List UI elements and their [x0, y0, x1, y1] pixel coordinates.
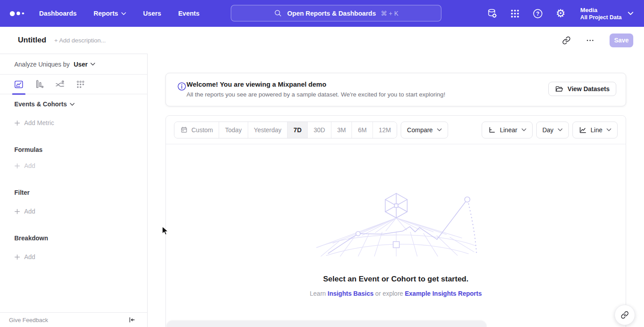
global-search[interactable]: Open Reports & Dashboards ⌘ + K — [231, 5, 441, 21]
report-card: Custom Today Yesterday 7D 30D 3M 6M 12M … — [165, 115, 626, 327]
top-nav: Dashboards Reports Users Events Open Rep… — [0, 0, 644, 27]
chevron-down-icon — [558, 128, 563, 131]
chevron-down-icon — [121, 12, 126, 15]
chevron-down-icon — [437, 128, 442, 131]
add-formula-button[interactable]: Add — [14, 162, 35, 169]
plus-icon — [14, 163, 20, 169]
report-header: Untitled + Add description... Save — [0, 27, 644, 54]
formulas-heading: Formulas — [14, 146, 42, 153]
help-icon[interactable]: ? — [532, 8, 544, 19]
chart-controls: Custom Today Yesterday 7D 30D 3M 6M 12M … — [166, 116, 626, 144]
chevron-down-icon — [606, 128, 611, 131]
save-button[interactable]: Save — [610, 34, 633, 47]
banner-subtitle: All the reports you see are powered by a… — [186, 91, 445, 98]
add-filter-button[interactable]: Add — [14, 208, 35, 215]
empty-state-title: Select an Event or Cohort to get started… — [166, 275, 626, 284]
search-shortcut: ⌘ + K — [381, 10, 398, 17]
insights-chart-tab[interactable] — [14, 80, 24, 89]
plus-icon — [14, 209, 20, 214]
analyze-value: User — [74, 61, 88, 68]
chevron-down-icon — [90, 63, 95, 66]
flow-chart-tab[interactable] — [55, 80, 65, 89]
search-icon — [274, 9, 282, 17]
view-datasets-button[interactable]: View Datasets — [548, 82, 616, 96]
active-tab-underline — [12, 93, 25, 95]
copy-link-icon[interactable] — [562, 36, 571, 45]
filter-heading: Filter — [14, 189, 30, 196]
breakdown-heading: Breakdown — [14, 235, 48, 242]
nav-reports[interactable]: Reports — [93, 10, 126, 17]
date-range-today[interactable]: Today — [219, 122, 248, 138]
nav-dashboards[interactable]: Dashboards — [39, 10, 77, 17]
add-metric-button[interactable]: Add Metric — [14, 119, 54, 126]
date-range-3m[interactable]: 3M — [331, 122, 352, 138]
date-range-30d[interactable]: 30D — [308, 122, 331, 138]
date-range-12m[interactable]: 12M — [373, 122, 397, 138]
chevron-down-icon — [521, 128, 526, 131]
date-range-segmented-control: Custom Today Yesterday 7D 30D 3M 6M 12M — [174, 122, 397, 138]
compare-dropdown[interactable]: Compare — [401, 122, 448, 138]
date-range-yesterday[interactable]: Yesterday — [248, 122, 288, 138]
interval-dropdown[interactable]: Day — [536, 122, 569, 138]
plus-icon — [14, 120, 20, 126]
bar-chart-tab[interactable] — [34, 80, 44, 89]
more-options-icon[interactable] — [586, 36, 594, 45]
collapse-sidebar-icon[interactable] — [128, 316, 136, 323]
analyze-uniques-selector[interactable]: Analyze Uniques by User — [0, 54, 147, 75]
give-feedback-link[interactable]: Give Feedback — [9, 317, 48, 323]
calendar-icon — [180, 126, 188, 134]
insights-basics-link[interactable]: Insights Basics — [328, 290, 374, 297]
report-title[interactable]: Untitled — [18, 36, 46, 45]
project-switcher[interactable]: Media All Project Data — [580, 6, 633, 21]
linear-axis-icon — [488, 126, 496, 134]
visualization-tabs — [0, 75, 147, 94]
mixpanel-logo[interactable] — [10, 11, 24, 16]
link-icon — [621, 311, 629, 319]
results-panel-peek[interactable] — [166, 321, 487, 327]
line-chart-icon — [579, 126, 587, 134]
project-scope: All Project Data — [580, 14, 622, 21]
nav-events[interactable]: Events — [178, 10, 199, 17]
add-breakdown-button[interactable]: Add — [14, 253, 35, 260]
example-insights-reports-link[interactable]: Example Insights Reports — [405, 290, 482, 297]
apps-grid-icon[interactable] — [509, 8, 521, 19]
scale-dropdown[interactable]: Linear — [482, 122, 533, 138]
query-builder-sidebar: Analyze Uniques by User — [0, 54, 148, 327]
empty-state-illustration — [313, 190, 480, 258]
empty-state-links: Learn Insights Basics or explore Example… — [166, 290, 626, 297]
search-placeholder: Open Reports & Dashboards — [287, 10, 376, 17]
date-range-custom[interactable]: Custom — [174, 122, 219, 138]
report-description-placeholder[interactable]: + Add description... — [54, 37, 106, 44]
sidebar-footer: Give Feedback — [0, 312, 147, 327]
plus-icon — [14, 254, 20, 260]
chevron-down-icon — [70, 103, 75, 106]
date-range-7d[interactable]: 7D — [288, 122, 308, 138]
share-link-fab[interactable] — [614, 305, 635, 325]
nav-users[interactable]: Users — [143, 10, 161, 17]
folder-icon — [555, 85, 564, 93]
chart-type-dropdown[interactable]: Line — [572, 122, 618, 138]
data-management-icon[interactable] — [487, 8, 498, 19]
settings-gear-icon[interactable]: ⚙ — [555, 8, 567, 19]
info-icon — [177, 82, 186, 91]
events-cohorts-section[interactable]: Events & Cohorts — [14, 101, 75, 108]
banner-title: Welcome! You are viewing a Mixpanel demo — [186, 80, 326, 88]
welcome-banner: Welcome! You are viewing a Mixpanel demo… — [165, 73, 626, 106]
date-range-6m[interactable]: 6M — [352, 122, 373, 138]
project-name: Media — [580, 6, 622, 14]
retention-grid-tab[interactable] — [76, 80, 85, 89]
svg-text:?: ? — [536, 10, 539, 17]
chevron-down-icon — [628, 12, 633, 15]
